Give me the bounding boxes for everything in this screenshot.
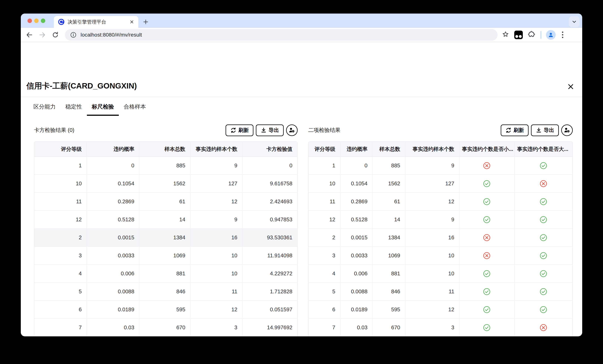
close-circle-icon bbox=[515, 175, 572, 193]
check-circle-icon bbox=[460, 175, 515, 193]
table-cell: 595 bbox=[373, 301, 405, 319]
tab-0[interactable]: 区分能力 bbox=[29, 99, 60, 116]
table-cell: 16 bbox=[406, 229, 460, 247]
refresh-button[interactable]: 刷新 bbox=[226, 125, 254, 136]
profile-avatar[interactable] bbox=[546, 30, 556, 40]
table-cell: 10 bbox=[190, 247, 243, 265]
check-circle-icon bbox=[460, 193, 515, 211]
table-cell: 0.0189 bbox=[87, 301, 139, 319]
refresh-icon bbox=[230, 127, 236, 133]
extensions-puzzle-icon[interactable] bbox=[528, 30, 536, 39]
forward-button[interactable] bbox=[37, 30, 47, 40]
browser-window: 决策引擎管理平台 localhost:8080/#/mv/result bbox=[21, 13, 582, 336]
table-row[interactable]: 50.008884611 bbox=[309, 283, 572, 301]
table-row[interactable]: 108859 bbox=[309, 157, 572, 175]
table-cell: 14 bbox=[373, 211, 405, 229]
table-cell: 61 bbox=[139, 193, 190, 211]
table-cell: 0.03 bbox=[340, 319, 373, 336]
check-circle-icon bbox=[515, 229, 572, 247]
refresh-button[interactable]: 刷新 bbox=[501, 125, 529, 136]
check-circle-icon bbox=[460, 301, 515, 319]
table-row[interactable]: 70.03670314.997692 bbox=[34, 319, 297, 336]
table-row[interactable]: 1088590 bbox=[34, 157, 297, 175]
table-row[interactable]: 30.003310691011.914098 bbox=[34, 247, 297, 265]
table-cell: 1 bbox=[309, 157, 340, 175]
column-settings-button[interactable] bbox=[286, 125, 298, 136]
table-row[interactable]: 120.51281490.947853 bbox=[34, 211, 297, 229]
export-button[interactable]: 导出 bbox=[256, 125, 284, 136]
section-title: 卡方检验结果 (0) bbox=[34, 126, 74, 134]
new-tab-button[interactable] bbox=[141, 17, 150, 26]
table-row[interactable]: 60.0189595120.051597 bbox=[34, 301, 297, 319]
tab-search-chevron-button[interactable] bbox=[569, 16, 580, 27]
table-cell: 12 bbox=[309, 211, 340, 229]
column-settings-button[interactable] bbox=[561, 125, 573, 136]
table-row[interactable]: 100.10541562127 bbox=[309, 175, 572, 193]
download-icon bbox=[260, 127, 267, 133]
minimize-window-button[interactable] bbox=[34, 19, 39, 23]
refresh-icon bbox=[505, 127, 512, 133]
table-cell: 1 bbox=[34, 157, 87, 175]
table-row[interactable]: 40.006881104.229272 bbox=[34, 265, 297, 283]
table-row[interactable]: 100.105415621279.616758 bbox=[34, 175, 297, 193]
table-row[interactable]: 110.28696112 bbox=[309, 193, 572, 211]
column-header: 事实违约样本个数 bbox=[190, 142, 243, 157]
table-row[interactable]: 40.00688110 bbox=[309, 265, 572, 283]
table-cell: 12 bbox=[406, 301, 460, 319]
table-row[interactable]: 30.0033106910 bbox=[309, 247, 572, 265]
close-circle-icon bbox=[460, 247, 515, 265]
site-info-icon[interactable] bbox=[70, 32, 77, 38]
table-cell: 670 bbox=[139, 319, 190, 336]
table-cell: 10 bbox=[190, 265, 243, 283]
tab-2[interactable]: 标尺检验 bbox=[87, 99, 119, 116]
table-cell: 9 bbox=[190, 211, 243, 229]
table-cell: 127 bbox=[406, 175, 460, 193]
url-bar[interactable]: localhost:8080/#/mv/result bbox=[65, 29, 498, 41]
table-cell: 11 bbox=[406, 283, 460, 301]
browser-toolbar: localhost:8080/#/mv/result bbox=[21, 28, 582, 42]
table-row[interactable]: 20.001513841693.530361 bbox=[34, 229, 297, 247]
table-cell: 7 bbox=[309, 319, 340, 336]
section-title: 二项检验结果 bbox=[308, 126, 340, 134]
browser-menu-icon[interactable] bbox=[560, 31, 565, 39]
tab-3[interactable]: 合格样本 bbox=[119, 99, 151, 116]
column-header: 评分等级 bbox=[34, 142, 87, 157]
table-cell: 6 bbox=[34, 301, 87, 319]
table-cell: 0 bbox=[243, 157, 297, 175]
tab-close-icon[interactable] bbox=[129, 19, 135, 25]
table-cell: 2 bbox=[34, 229, 87, 247]
table-cell: 2 bbox=[309, 229, 340, 247]
table-row[interactable]: 70.036703 bbox=[309, 319, 572, 336]
table-cell: 0.0033 bbox=[87, 247, 139, 265]
table-cell: 3 bbox=[309, 247, 340, 265]
bookmark-star-icon[interactable] bbox=[502, 31, 510, 39]
table-row[interactable]: 120.5128149 bbox=[309, 211, 572, 229]
table-cell: 9 bbox=[406, 211, 460, 229]
check-circle-icon bbox=[515, 301, 572, 319]
tab-1[interactable]: 稳定性 bbox=[60, 99, 87, 116]
table-cell: 885 bbox=[139, 157, 190, 175]
table-cell: 1384 bbox=[139, 229, 190, 247]
browser-tabstrip: 决策引擎管理平台 bbox=[21, 13, 582, 28]
table-cell: 595 bbox=[139, 301, 190, 319]
table-cell: 0 bbox=[340, 157, 373, 175]
export-button[interactable]: 导出 bbox=[531, 125, 559, 136]
close-circle-icon bbox=[460, 229, 515, 247]
table-cell: 61 bbox=[373, 193, 405, 211]
close-window-button[interactable] bbox=[27, 19, 32, 23]
dialog-close-icon[interactable] bbox=[567, 82, 575, 91]
back-button[interactable] bbox=[24, 30, 35, 40]
table-row[interactable]: 60.018959512 bbox=[309, 301, 572, 319]
table-row[interactable]: 110.286961122.424693 bbox=[34, 193, 297, 211]
table-cell: 3 bbox=[34, 247, 87, 265]
table-cell: 0.1054 bbox=[340, 175, 373, 193]
extension-app-icon[interactable] bbox=[514, 31, 523, 39]
maximize-window-button[interactable] bbox=[41, 19, 45, 23]
browser-tab[interactable]: 决策引擎管理平台 bbox=[54, 16, 138, 28]
chi-square-section: 卡方检验结果 (0) 刷新 导出 评分等级违约概率样本总数事实 bbox=[34, 123, 298, 336]
table-row[interactable]: 50.0088846111.712828 bbox=[34, 283, 297, 301]
download-icon bbox=[536, 127, 542, 133]
table-row[interactable]: 20.0015138416 bbox=[309, 229, 572, 247]
reload-button[interactable] bbox=[50, 30, 60, 40]
table-cell: 11 bbox=[309, 193, 340, 211]
